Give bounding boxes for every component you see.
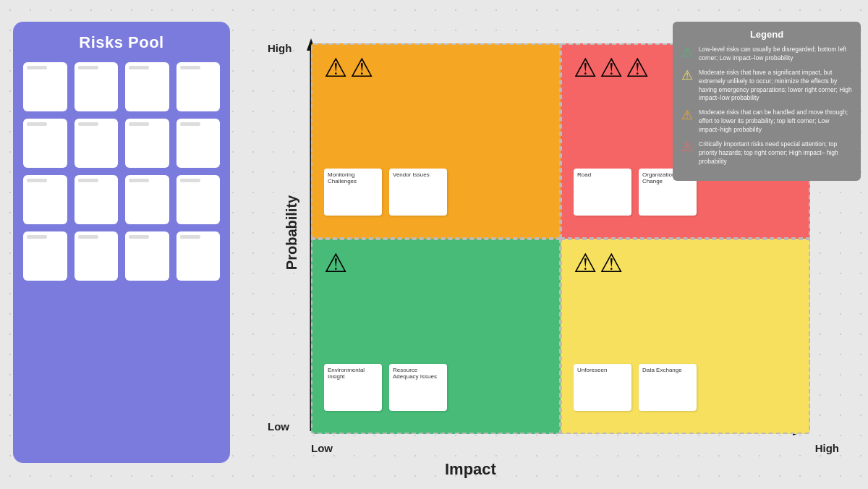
warning-icon: ⚠ <box>324 250 347 276</box>
pool-card[interactable] <box>125 119 169 168</box>
warning-icon-red: ⚠ <box>681 139 693 155</box>
pool-card[interactable] <box>176 119 221 168</box>
pool-card[interactable] <box>176 231 221 281</box>
legend-text-yellow: Moderate risks that have a significant i… <box>699 69 852 103</box>
warning-icon: ⚠ <box>600 250 623 276</box>
warning-icon-orange: ⚠ <box>681 107 693 123</box>
risk-card[interactable]: Resource Adequacy Issues <box>389 364 447 411</box>
legend: Legend ⚠ Low-level risks can usually be … <box>673 22 861 181</box>
warn-icons-bottom-right: ⚠ ⚠ <box>574 250 623 276</box>
pool-grid <box>23 62 220 281</box>
quadrant-bottom-left: ⚠ Environmental Insight Resource Adequac… <box>311 239 561 434</box>
risk-card[interactable]: Unforeseen <box>574 364 631 411</box>
pool-card[interactable] <box>23 231 67 281</box>
warn-icons-bottom-left: ⚠ <box>324 250 347 276</box>
cards-bottom-right: Unforeseen Data Exchange <box>574 364 697 411</box>
warning-icon: ⚠ <box>574 55 597 81</box>
legend-item-green: ⚠ Low-level risks can usually be disrega… <box>681 46 852 63</box>
warn-icons-top-left: ⚠ ⚠ <box>324 55 373 81</box>
low-impact-label: Low <box>311 442 333 454</box>
warn-icons-top-right: ⚠ ⚠ ⚠ <box>574 55 649 81</box>
quadrant-bottom-right: ⚠ ⚠ Unforeseen Data Exchange <box>561 239 810 434</box>
legend-item-orange: ⚠ Moderate risks that can be handled and… <box>681 109 852 135</box>
risk-card[interactable]: Road <box>574 169 631 216</box>
high-impact-label: High <box>815 442 839 454</box>
risks-pool-title: Risks Pool <box>23 33 220 52</box>
pool-card[interactable] <box>75 231 119 281</box>
legend-title: Legend <box>681 29 852 40</box>
quadrant-top-left: ⚠ ⚠ Monitoring Challenges Vendor Issues <box>311 43 561 239</box>
pool-card[interactable] <box>176 175 221 224</box>
risk-card[interactable]: Environmental Insight <box>324 364 382 411</box>
risks-pool: Risks Pool <box>13 22 230 463</box>
legend-text-red: Critically important risks need special … <box>699 140 852 166</box>
warning-icon: ⚠ <box>574 250 597 276</box>
warning-icon: ⚠ <box>324 55 347 81</box>
pool-card[interactable] <box>125 62 169 111</box>
legend-text-green: Low-level risks can usually be disregard… <box>699 46 852 63</box>
low-prob-label: Low <box>268 420 289 433</box>
pool-card[interactable] <box>125 175 169 224</box>
risk-card[interactable]: Monitoring Challenges <box>324 169 382 216</box>
risk-card[interactable]: Vendor Issues <box>389 169 447 216</box>
legend-item-red: ⚠ Critically important risks need specia… <box>681 140 852 166</box>
cards-top-left: Monitoring Challenges Vendor Issues <box>324 169 447 216</box>
pool-card[interactable] <box>75 62 119 111</box>
cards-bottom-left: Environmental Insight Resource Adequacy … <box>324 364 447 411</box>
legend-text-orange: Moderate risks that can be handled and m… <box>699 109 852 135</box>
pool-card[interactable] <box>125 231 169 281</box>
pool-card[interactable] <box>176 62 221 111</box>
risk-card[interactable]: Data Exchange <box>639 364 697 411</box>
pool-card[interactable] <box>23 62 67 111</box>
warning-icon-yellow: ⚠ <box>681 67 693 83</box>
legend-item-yellow: ⚠ Moderate risks that have a significant… <box>681 69 852 103</box>
pool-card[interactable] <box>75 175 119 224</box>
warning-icon: ⚠ <box>626 55 649 81</box>
warning-icon-green: ⚠ <box>681 44 693 60</box>
warning-icon: ⚠ <box>600 55 623 81</box>
pool-card[interactable] <box>23 119 67 168</box>
warning-icon: ⚠ <box>350 55 373 81</box>
pool-card[interactable] <box>23 175 67 224</box>
pool-card[interactable] <box>75 119 119 168</box>
high-prob-label: High <box>268 42 292 54</box>
